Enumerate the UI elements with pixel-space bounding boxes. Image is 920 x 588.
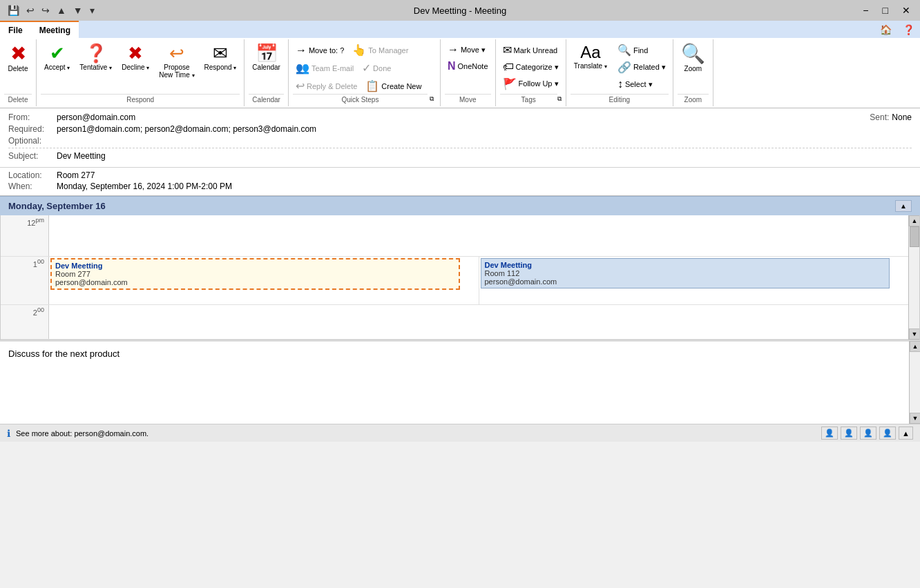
- scroll-up-btn[interactable]: ▲: [909, 215, 920, 226]
- translate-button[interactable]: Aa Translate ▾: [571, 42, 611, 72]
- editing-group: Aa Translate ▾ 🔍 Find 🔗 Related ▾ ↕ Sele…: [566, 39, 673, 106]
- tags-group-label: Tags: [500, 94, 557, 104]
- subject-value: Dev Meetting: [57, 151, 912, 161]
- event-room-2: Room 112: [485, 269, 886, 277]
- mark-unread-icon: ✉: [503, 43, 512, 57]
- event-person-1: person@domain.com: [55, 278, 455, 286]
- editing-group-label: Editing: [571, 94, 669, 104]
- select-button[interactable]: ↕ Select ▾: [615, 77, 669, 92]
- reply-delete-button[interactable]: ↩ Reply & Delete: [293, 78, 360, 94]
- required-label: Required:: [8, 124, 57, 134]
- accept-button[interactable]: ✔ Accept ▾: [41, 42, 73, 73]
- zoom-group: 🔍 Zoom Zoom: [673, 39, 713, 106]
- move-to-icon: →: [296, 44, 307, 57]
- body-scroll-up[interactable]: ▲: [910, 341, 920, 352]
- tab-meeting[interactable]: Meeting: [31, 21, 79, 38]
- location-when-section: Location: Room 277 When: Monday, Septemb…: [0, 168, 920, 196]
- onenote-button[interactable]: N OneNote: [445, 59, 491, 74]
- status-btn-3[interactable]: 👤: [860, 427, 876, 440]
- done-button[interactable]: ✓ Done: [359, 60, 394, 76]
- location-label: Location:: [8, 170, 57, 180]
- tab-file[interactable]: File: [0, 21, 31, 38]
- calendar-header: Monday, September 16 ▲: [0, 196, 920, 215]
- status-btn-1[interactable]: 👤: [821, 427, 838, 440]
- calendar-label: Calendar: [252, 63, 280, 71]
- move-group: → Move ▾ N OneNote Move: [441, 39, 496, 106]
- minimize-btn[interactable]: −: [859, 3, 872, 17]
- from-value: person@domain.com: [57, 112, 870, 122]
- from-label: From:: [8, 112, 57, 122]
- body-scroll-down[interactable]: ▼: [910, 413, 920, 424]
- status-expand-btn[interactable]: ▲: [899, 427, 913, 440]
- time-events-area: Dev Meetting Room 277 person@domain.com …: [49, 257, 908, 304]
- delete-icon: ✖: [10, 44, 26, 63]
- info-icon: ℹ: [7, 428, 10, 439]
- time-content-2pm: [49, 305, 908, 339]
- status-btn-2[interactable]: 👤: [841, 427, 857, 440]
- quicksteps-group: → Move to: ? 👆 To Manager 👥 Team E-mail …: [289, 39, 441, 106]
- done-icon: ✓: [362, 61, 371, 75]
- categorize-button[interactable]: 🏷 Categorize ▾: [500, 59, 562, 75]
- propose-time-label: ProposeNew Time ▾: [159, 63, 194, 79]
- message-body-container: Discuss for the next product ▲ ▼: [0, 340, 920, 424]
- propose-time-icon: ↩: [169, 44, 184, 62]
- quicksteps-expand[interactable]: ⧉: [428, 95, 436, 104]
- maximize-btn[interactable]: □: [879, 3, 892, 17]
- window-controls: − □ ✕: [859, 3, 914, 17]
- status-text: See more about: person@domain.com.: [16, 429, 148, 438]
- close-btn[interactable]: ✕: [898, 3, 914, 17]
- location-value: Room 277: [57, 170, 95, 180]
- status-btn-4[interactable]: 👤: [879, 427, 896, 440]
- ribbon: ✖ Delete Delete ✔ Accept ▾ ❓ Tentative ▾…: [0, 38, 920, 108]
- find-button[interactable]: 🔍 Find: [615, 42, 669, 58]
- delete-button[interactable]: ✖ Delete: [4, 42, 32, 75]
- body-scrollbar: ▲ ▼: [909, 341, 920, 424]
- translate-label: Translate ▾: [574, 62, 607, 70]
- respond-label: Respond ▾: [204, 63, 237, 71]
- create-new-button[interactable]: 📋 Create New: [363, 78, 424, 94]
- to-manager-button[interactable]: 👆 To Manager: [349, 42, 411, 58]
- to-manager-label: To Manager: [368, 46, 408, 55]
- mark-unread-button[interactable]: ✉ Mark Unread: [500, 42, 561, 58]
- tentative-button[interactable]: ❓ Tentative ▾: [76, 42, 115, 73]
- save-btn[interactable]: 💾: [6, 4, 21, 17]
- up-btn[interactable]: ▲: [55, 4, 68, 17]
- help-icon[interactable]: ❓: [897, 21, 920, 38]
- event-dev-meetting-1[interactable]: Dev Meetting Room 277 person@domain.com: [50, 258, 460, 290]
- home-icon[interactable]: 🏠: [874, 21, 897, 38]
- calendar-button[interactable]: 📅 Calendar: [249, 42, 284, 73]
- event-dev-meetting-2[interactable]: Dev Meetting Room 112 person@domain.com: [481, 258, 890, 288]
- move-to-button[interactable]: → Move to: ?: [293, 42, 347, 58]
- tentative-label: Tentative ▾: [79, 63, 112, 71]
- move-button[interactable]: → Move ▾: [445, 42, 488, 57]
- team-email-button[interactable]: 👥 Team E-mail: [293, 60, 356, 76]
- subject-label: Subject:: [8, 151, 57, 161]
- calendar-date: Monday, September 16: [8, 201, 106, 211]
- undo-btn[interactable]: ↩: [24, 4, 37, 17]
- time-row-1pm: 100 Dev Meetting Room 277 person@domain.…: [1, 257, 908, 305]
- related-button[interactable]: 🔗 Related ▾: [615, 59, 669, 75]
- down-btn[interactable]: ▼: [71, 4, 85, 17]
- followup-button[interactable]: 🚩 Follow Up ▾: [500, 76, 562, 92]
- customize-btn[interactable]: ▾: [88, 4, 97, 17]
- time-content-12pm: [49, 215, 908, 256]
- time-row-2pm: 200: [1, 305, 908, 340]
- respond-button[interactable]: ✉ Respond ▾: [201, 42, 240, 73]
- decline-label: Decline ▾: [122, 63, 149, 71]
- time-row-12pm: 12pm: [1, 215, 908, 257]
- create-new-icon: 📋: [365, 79, 379, 92]
- scroll-down-btn[interactable]: ▼: [909, 329, 920, 340]
- propose-new-time-button[interactable]: ↩ ProposeNew Time ▾: [155, 42, 198, 81]
- zoom-group-label: Zoom: [678, 94, 709, 104]
- tags-expand[interactable]: ⧉: [557, 95, 562, 103]
- zoom-button[interactable]: 🔍 Zoom: [678, 42, 709, 75]
- redo-btn[interactable]: ↪: [39, 4, 52, 17]
- followup-label: Follow Up ▾: [519, 79, 559, 88]
- message-body: Discuss for the next product: [0, 341, 909, 424]
- cal-scroll-up-btn[interactable]: ▲: [895, 200, 912, 212]
- decline-button[interactable]: ✖ Decline ▾: [118, 42, 153, 73]
- translate-icon: Aa: [580, 44, 600, 61]
- status-bar: ℹ See more about: person@domain.com. 👤 👤…: [0, 424, 920, 442]
- when-value: Monday, September 16, 2024 1:00 PM-2:00 …: [57, 182, 232, 191]
- optional-label: Optional:: [8, 136, 57, 146]
